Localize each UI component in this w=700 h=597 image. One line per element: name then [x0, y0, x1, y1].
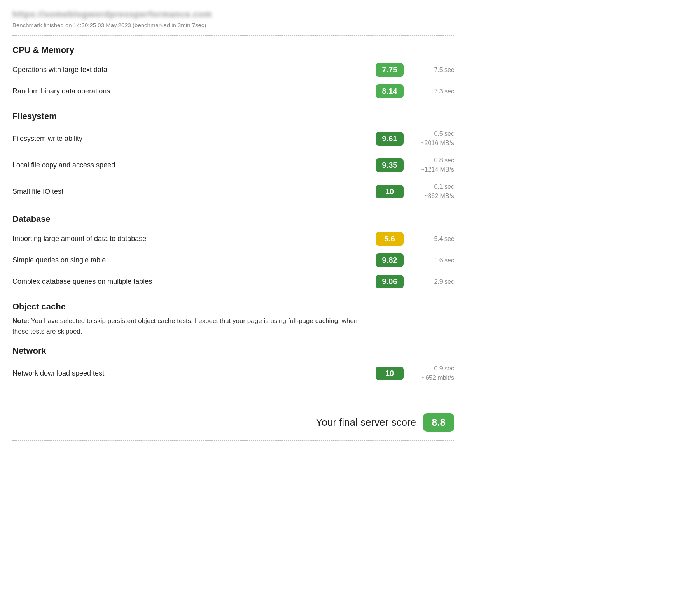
object-cache-note-bold: Note: [12, 317, 29, 325]
bench-meta-2-0: 5.4 sec [404, 234, 454, 244]
section-database: Database Importing large amount of data … [12, 214, 454, 292]
section-title-network: Network [12, 346, 454, 356]
bench-label: Random binary data operations [12, 87, 376, 95]
section-title-object-cache: Object cache [12, 302, 454, 312]
bench-meta-2-2: 2.9 sec [404, 277, 454, 286]
bench-label: Simple queries on single table [12, 256, 376, 264]
bench-row-2-0: Importing large amount of data to databa… [12, 228, 454, 249]
section-cpu-memory: CPU & Memory Operations with large text … [12, 45, 454, 102]
bottom-divider-bottom [12, 440, 454, 441]
bench-row-0-1: Random binary data operations 8.14 7.3 s… [12, 81, 454, 102]
top-divider [12, 35, 454, 36]
bench-label: Operations with large text data [12, 66, 376, 74]
object-cache-note-text: You have selected to skip persistent obj… [12, 317, 357, 335]
bench-meta-0-0: 7.5 sec [404, 65, 454, 75]
bottom-divider-top [12, 399, 454, 399]
object-cache-note: Note: You have selected to skip persiste… [12, 316, 362, 337]
score-badge-0-0: 7.75 [376, 63, 404, 77]
bench-meta-4-0: 0.9 sec ~652 mbit/s [404, 364, 454, 383]
score-badge-1-0: 9.61 [376, 132, 404, 146]
bench-row-1-1: Local file copy and access speed 9.35 0.… [12, 152, 454, 178]
bench-meta-1-0: 0.5 sec ~2016 MB/s [404, 129, 454, 148]
bench-row-1-0: Filesystem write ability 9.61 0.5 sec ~2… [12, 125, 454, 152]
bench-row-0-0: Operations with large text data 7.75 7.5… [12, 59, 454, 81]
bench-label: Small file IO test [12, 188, 376, 196]
final-score-badge: 8.8 [423, 413, 454, 432]
bench-label: Filesystem write ability [12, 135, 376, 143]
bench-label: Network download speed test [12, 369, 376, 378]
benchmark-meta: Benchmark finished on 14:30:25 03.May.20… [12, 22, 454, 28]
bench-row-4-0: Network download speed test 10 0.9 sec ~… [12, 360, 454, 386]
score-badge-2-0: 5.6 [376, 232, 404, 246]
bench-meta-0-1: 7.3 sec [404, 87, 454, 96]
score-badge-4-0: 10 [376, 367, 404, 380]
section-object-cache: Object cache Note: You have selected to … [12, 302, 454, 337]
bench-row-1-2: Small file IO test 10 0.1 sec ~862 MB/s [12, 178, 454, 205]
section-filesystem: Filesystem Filesystem write ability 9.61… [12, 111, 454, 205]
score-badge-2-2: 9.06 [376, 275, 404, 288]
score-badge-2-1: 9.82 [376, 253, 404, 267]
section-title-database: Database [12, 214, 454, 224]
final-score-label: Your final server score [316, 416, 416, 428]
score-badge-1-1: 9.35 [376, 158, 404, 172]
section-title-filesystem: Filesystem [12, 111, 454, 121]
bench-meta-1-1: 0.8 sec ~1214 MB/s [404, 156, 454, 174]
site-url: https://someblogwordpressperformance.com [12, 9, 454, 19]
bench-meta-1-2: 0.1 sec ~862 MB/s [404, 182, 454, 201]
score-badge-0-1: 8.14 [376, 84, 404, 98]
final-score-row: Your final server score 8.8 [12, 406, 454, 435]
bench-label: Local file copy and access speed [12, 161, 376, 169]
bench-label: Importing large amount of data to databa… [12, 235, 376, 243]
bench-row-2-2: Complex database queries on multiple tab… [12, 271, 454, 292]
section-network: Network Network download speed test 10 0… [12, 346, 454, 386]
bench-row-2-1: Simple queries on single table 9.82 1.6 … [12, 249, 454, 271]
section-title-cpu-memory: CPU & Memory [12, 45, 454, 55]
bench-label: Complex database queries on multiple tab… [12, 277, 376, 286]
score-badge-1-2: 10 [376, 185, 404, 198]
bench-meta-2-1: 1.6 sec [404, 256, 454, 265]
